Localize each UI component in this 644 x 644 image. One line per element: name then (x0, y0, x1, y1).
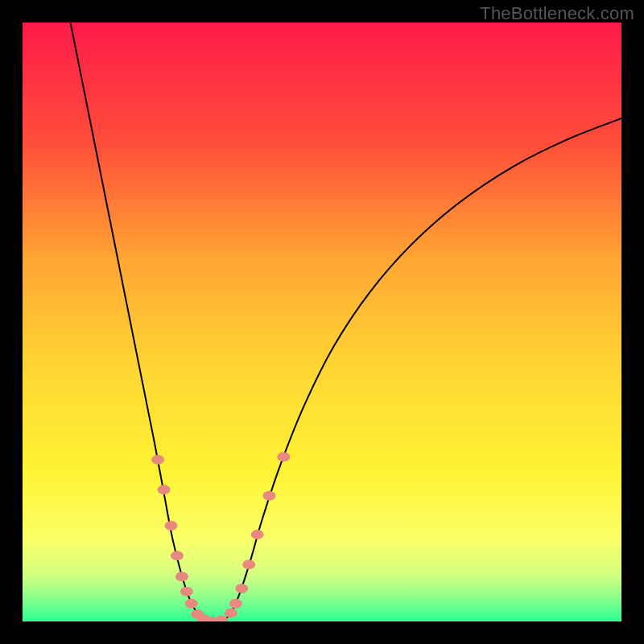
data-marker (263, 491, 276, 501)
data-marker (185, 599, 198, 609)
data-marker (215, 616, 228, 621)
data-marker (165, 521, 178, 530)
data-marker (229, 599, 242, 609)
chart-container: TheBottleneck.com (0, 0, 644, 644)
data-marker (242, 559, 255, 569)
data-marker (235, 584, 248, 593)
data-marker (180, 587, 193, 597)
bottleneck-curve (71, 23, 621, 621)
plot-area (23, 23, 621, 621)
data-marker (171, 551, 184, 560)
data-marker (225, 609, 237, 618)
data-marker (175, 572, 188, 581)
data-marker (251, 530, 264, 539)
data-marker (151, 455, 164, 464)
data-marker (158, 485, 171, 494)
watermark-text: TheBottleneck.com (480, 3, 634, 24)
data-marker (277, 452, 290, 461)
curve-layer (23, 23, 621, 621)
